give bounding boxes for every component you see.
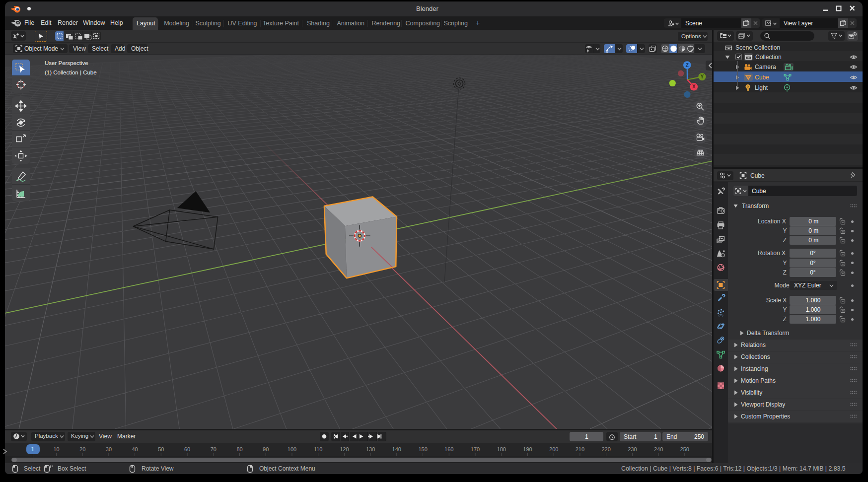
svg-text:50: 50 bbox=[158, 446, 164, 452]
svg-text:140: 140 bbox=[392, 446, 401, 452]
svg-text:40: 40 bbox=[132, 446, 138, 452]
svg-text:230: 230 bbox=[628, 446, 637, 452]
svg-text:120: 120 bbox=[340, 446, 349, 452]
svg-text:110: 110 bbox=[314, 446, 323, 452]
svg-text:200: 200 bbox=[549, 446, 558, 452]
svg-text:80: 80 bbox=[236, 446, 242, 452]
svg-text:210: 210 bbox=[576, 446, 584, 452]
svg-text:100: 100 bbox=[288, 446, 296, 452]
svg-text:190: 190 bbox=[523, 446, 532, 452]
svg-text:150: 150 bbox=[418, 446, 427, 452]
svg-text:130: 130 bbox=[366, 446, 375, 452]
svg-text:20: 20 bbox=[79, 446, 85, 452]
svg-text:30: 30 bbox=[106, 446, 112, 452]
svg-text:10: 10 bbox=[53, 446, 59, 452]
svg-text:70: 70 bbox=[211, 446, 217, 452]
svg-text:90: 90 bbox=[263, 446, 269, 452]
svg-text:180: 180 bbox=[497, 446, 506, 452]
svg-text:220: 220 bbox=[601, 446, 610, 452]
svg-text:160: 160 bbox=[444, 446, 453, 452]
svg-text:Z: Z bbox=[686, 63, 689, 68]
svg-text:250: 250 bbox=[680, 446, 689, 452]
svg-text:Y: Y bbox=[701, 74, 704, 79]
svg-text:X: X bbox=[692, 84, 696, 89]
svg-text:170: 170 bbox=[471, 446, 480, 452]
svg-text:240: 240 bbox=[654, 446, 663, 452]
svg-text:60: 60 bbox=[184, 446, 190, 452]
